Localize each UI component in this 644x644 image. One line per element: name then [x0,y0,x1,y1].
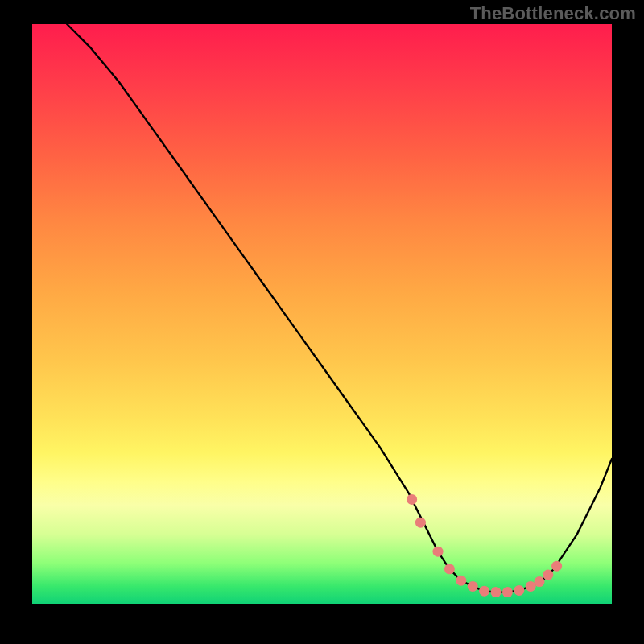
highlight-dot [535,576,545,587]
highlight-dot [491,587,502,597]
highlight-dot [543,570,553,580]
highlight-dot [514,585,524,596]
highlight-dot [444,564,455,574]
highlight-dot [456,576,466,586]
highlight-dot [468,581,478,592]
highlight-dot [433,547,444,557]
bottleneck-curve-path [67,24,612,592]
highlight-dot [479,586,489,597]
watermark-text: TheBottleneck.com [470,3,636,24]
chart-frame: TheBottleneck.com [0,0,644,644]
curve-svg [32,24,612,604]
highlight-markers [407,494,562,597]
highlight-dot [502,587,513,597]
plot-area [32,24,612,604]
highlight-dot [407,494,417,505]
highlight-dot [551,561,562,572]
highlight-dot [415,518,426,528]
